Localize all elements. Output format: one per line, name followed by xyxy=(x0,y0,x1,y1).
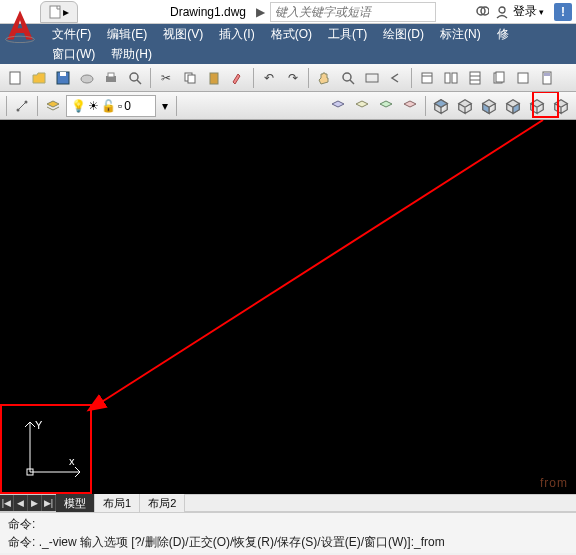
svg-rect-22 xyxy=(452,73,457,83)
menu-modify[interactable]: 修 xyxy=(489,24,517,44)
layer-dropdown[interactable]: 💡 ☀ 🔓 ▫ 0 xyxy=(66,95,156,117)
svg-line-33 xyxy=(18,102,26,110)
pan-button[interactable] xyxy=(313,67,335,89)
calc-button[interactable] xyxy=(536,67,558,89)
zoom-window-button[interactable] xyxy=(361,67,383,89)
menu-window[interactable]: 窗口(W) xyxy=(44,44,103,64)
search-icon[interactable] xyxy=(473,3,491,21)
toolpalettes-button[interactable] xyxy=(464,67,486,89)
login-dropdown-icon[interactable]: ▾ xyxy=(539,7,544,17)
open-button[interactable] xyxy=(28,67,50,89)
tab-layout-1[interactable]: 布局1 xyxy=(95,494,140,512)
zoom-previous-button[interactable] xyxy=(385,67,407,89)
toolbar-separator xyxy=(6,96,7,116)
svg-line-17 xyxy=(350,80,354,84)
layer-iso-button[interactable] xyxy=(375,95,397,117)
toolbar-separator xyxy=(308,68,309,88)
toolbar-separator xyxy=(150,68,151,88)
play-icon[interactable]: ▶ xyxy=(252,4,268,20)
new-button[interactable] xyxy=(4,67,26,89)
annotation-box-top xyxy=(532,92,559,118)
menu-tools[interactable]: 工具(T) xyxy=(320,24,375,44)
search-input[interactable] xyxy=(271,3,435,21)
command-history-2: 命令: ._-view 输入选项 [?/删除(D)/正交(O)/恢复(R)/保存… xyxy=(8,533,568,551)
undo-button[interactable]: ↶ xyxy=(258,67,280,89)
layer-freeze-button[interactable] xyxy=(327,95,349,117)
svg-rect-14 xyxy=(188,75,195,83)
watermark-text: from xyxy=(540,476,568,490)
view-right-button[interactable] xyxy=(502,95,524,117)
view-bottom-button[interactable] xyxy=(454,95,476,117)
tab-next-button[interactable]: ▶ xyxy=(28,495,42,511)
command-history-1: 命令: xyxy=(8,515,568,533)
layout-tabs: |◀ ◀ ▶ ▶| 模型 布局1 布局2 xyxy=(0,494,576,512)
svg-rect-21 xyxy=(445,73,450,83)
menu-help[interactable]: 帮助(H) xyxy=(103,44,160,64)
menu-file[interactable]: 文件(F) xyxy=(44,24,99,44)
drawing-canvas[interactable]: x Y from xyxy=(0,120,576,494)
menu-arrow-icon: ▸ xyxy=(63,5,69,19)
svg-rect-30 xyxy=(544,73,550,76)
copy-button[interactable] xyxy=(179,67,201,89)
redo-button[interactable]: ↷ xyxy=(282,67,304,89)
search-box[interactable] xyxy=(270,2,436,22)
sheetset-button[interactable] xyxy=(488,67,510,89)
toolbar-separator xyxy=(425,96,426,116)
markup-button[interactable] xyxy=(512,67,534,89)
preview-button[interactable] xyxy=(124,67,146,89)
print-button[interactable] xyxy=(100,67,122,89)
designcenter-button[interactable] xyxy=(440,67,462,89)
svg-rect-5 xyxy=(10,72,20,84)
layer-name: 0 xyxy=(124,99,131,113)
menubar: 文件(F) 编辑(E) 视图(V) 插入(I) 格式(O) 工具(T) 绘图(D… xyxy=(0,24,576,64)
titlebar: ▸ Drawing1.dwg ▶ 登录 ▾ ! xyxy=(0,0,576,24)
info-button[interactable]: ! xyxy=(554,3,572,21)
toolbar-layers-views: 💡 ☀ 🔓 ▫ 0 ▾ xyxy=(0,92,576,120)
view-top-button[interactable] xyxy=(430,95,452,117)
svg-rect-15 xyxy=(210,73,218,84)
layer-dropdown-arrow-icon[interactable]: ▾ xyxy=(158,99,172,113)
cloud-button[interactable] xyxy=(76,67,98,89)
tab-last-button[interactable]: ▶| xyxy=(42,495,56,511)
tab-nav: |◀ ◀ ▶ ▶| xyxy=(0,495,56,511)
tab-first-button[interactable]: |◀ xyxy=(0,495,14,511)
svg-rect-18 xyxy=(366,74,378,82)
svg-rect-28 xyxy=(518,73,528,83)
svg-rect-10 xyxy=(108,73,114,77)
svg-rect-0 xyxy=(50,6,60,18)
save-button[interactable] xyxy=(52,67,74,89)
menu-dimension[interactable]: 标注(N) xyxy=(432,24,489,44)
layer-manager-button[interactable] xyxy=(42,95,64,117)
quick-access-tab[interactable]: ▸ xyxy=(40,1,78,23)
view-left-button[interactable] xyxy=(478,95,500,117)
tab-prev-button[interactable]: ◀ xyxy=(14,495,28,511)
properties-button[interactable] xyxy=(416,67,438,89)
autocad-a-icon xyxy=(4,7,36,43)
osnap-button[interactable] xyxy=(11,95,33,117)
menu-edit[interactable]: 编辑(E) xyxy=(99,24,155,44)
tab-layout-2[interactable]: 布局2 xyxy=(140,494,185,512)
lightbulb-icon: 💡 xyxy=(71,99,86,113)
cut-button[interactable]: ✂ xyxy=(155,67,177,89)
svg-line-35 xyxy=(100,120,543,403)
menu-draw[interactable]: 绘图(D) xyxy=(375,24,432,44)
login-link[interactable]: 登录 xyxy=(513,3,537,20)
menu-format[interactable]: 格式(O) xyxy=(263,24,320,44)
layer-off-button[interactable] xyxy=(351,95,373,117)
toolbar-separator xyxy=(176,96,177,116)
layer-state-button[interactable] xyxy=(399,95,421,117)
user-icon[interactable] xyxy=(493,3,511,21)
document-filename: Drawing1.dwg xyxy=(170,5,246,19)
svg-point-16 xyxy=(343,73,351,81)
tab-model[interactable]: 模型 xyxy=(56,494,95,512)
paste-button[interactable] xyxy=(203,67,225,89)
menu-insert[interactable]: 插入(I) xyxy=(211,24,262,44)
document-tab[interactable]: Drawing1.dwg xyxy=(164,5,252,19)
command-line-area[interactable]: 命令: 命令: ._-view 输入选项 [?/删除(D)/正交(O)/恢复(R… xyxy=(0,512,576,553)
app-logo[interactable] xyxy=(0,2,40,48)
zoom-realtime-button[interactable] xyxy=(337,67,359,89)
print-layer-icon: ▫ xyxy=(118,99,122,113)
menu-view[interactable]: 视图(V) xyxy=(155,24,211,44)
match-button[interactable] xyxy=(227,67,249,89)
svg-point-3 xyxy=(499,7,505,13)
